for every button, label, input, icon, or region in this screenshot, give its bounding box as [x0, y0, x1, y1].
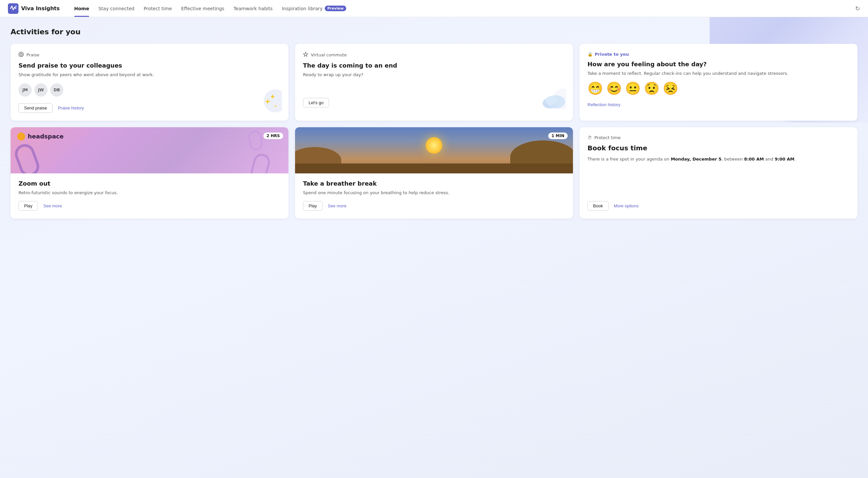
- headspace-dot: [17, 133, 25, 140]
- breather-card: 1 MIN Take a breather break Spend one mi…: [295, 127, 573, 219]
- protect-desc-text4: .: [795, 157, 796, 162]
- breather-time-badge: 1 MIN: [548, 133, 568, 139]
- breather-title: Take a breather break: [303, 180, 565, 187]
- praise-history-button[interactable]: Praise history: [58, 105, 84, 110]
- praise-icon: [19, 52, 24, 58]
- praise-category: Praise: [26, 53, 39, 57]
- virtual-commute-category: Virtual commute: [311, 53, 346, 57]
- refresh-button[interactable]: ↻: [855, 5, 860, 12]
- protect-desc-bold3: 9:00 AM: [775, 157, 795, 162]
- emoji-very-happy[interactable]: 😁: [587, 82, 603, 95]
- navigation: Viva Insights Home Stay connected Protec…: [0, 0, 868, 17]
- virtual-commute-desc: Ready to wrap up your day?: [303, 72, 565, 78]
- cards-grid: Praise Send praise to your colleagues Sh…: [10, 44, 858, 218]
- headspace-actions: Play See more: [19, 201, 281, 211]
- emoji-row: 😁 😊 😐 😟 😣: [587, 82, 849, 95]
- nav-items: Home Stay connected Protect time Effecti…: [70, 0, 855, 17]
- breather-see-more-button[interactable]: See more: [328, 203, 346, 208]
- praise-card-header: Praise: [19, 52, 281, 58]
- headspace-background: headspace 2 HRS: [10, 127, 288, 173]
- virtual-commute-card: Virtual commute The day is coming to an …: [295, 44, 573, 121]
- nature-sun: [426, 137, 442, 153]
- praise-title: Send praise to your colleagues: [19, 62, 281, 69]
- praise-desc: Show gratitude for peers who went above …: [19, 72, 281, 78]
- protect-time-actions: Book More options: [587, 201, 849, 211]
- protect-spacer: [587, 163, 849, 193]
- avatar-db[interactable]: DB: [50, 83, 63, 97]
- protect-time-title: Book focus time: [587, 144, 849, 152]
- svg-point-3: [20, 54, 22, 56]
- preview-badge: Preview: [325, 6, 346, 11]
- protect-desc-bold1: Monday, December 5: [671, 157, 721, 162]
- sparkle-icon: [249, 84, 282, 114]
- protect-time-desc: There is a free spot in your agenda on M…: [587, 156, 849, 163]
- headspace-card: headspace 2 HRS Zoom out Retro-futuristi…: [10, 127, 288, 219]
- avatar-jm[interactable]: JM: [19, 83, 32, 97]
- protect-desc-text3: and: [764, 157, 775, 162]
- breather-play-button[interactable]: Play: [303, 201, 322, 211]
- headspace-desc: Retro-futuristic sounds to energize your…: [19, 190, 281, 196]
- headspace-shape-2: [249, 151, 272, 173]
- headspace-shape-3: [247, 129, 264, 151]
- nav-item-protect-time[interactable]: Protect time: [140, 0, 176, 17]
- book-button[interactable]: Book: [587, 201, 609, 211]
- headspace-see-more-button[interactable]: See more: [43, 203, 62, 208]
- reflection-title: How are you feeling about the day?: [587, 61, 849, 68]
- protect-desc-text2: , between: [721, 157, 744, 162]
- protect-time-category: Protect time: [594, 135, 620, 140]
- emoji-worried[interactable]: 😟: [644, 82, 659, 95]
- private-badge: 🔒 Private to you: [587, 52, 849, 57]
- emoji-neutral[interactable]: 😐: [625, 82, 641, 95]
- nav-item-teamwork-habits[interactable]: Teamwork habits: [230, 0, 277, 17]
- emoji-happy[interactable]: 😊: [606, 82, 622, 95]
- protect-desc-bold2: 8:00 AM: [744, 157, 764, 162]
- headspace-name: headspace: [28, 133, 64, 140]
- avatar-jw[interactable]: JW: [34, 83, 48, 97]
- virtual-commute-actions: Let's go: [303, 98, 565, 107]
- clock-icon: ⏱: [587, 135, 592, 140]
- reflection-card: 🔒 Private to you How are you feeling abo…: [580, 44, 858, 121]
- nature-ground: [295, 164, 573, 173]
- breather-actions: Play See more: [303, 201, 565, 211]
- app-logo: Viva Insights: [8, 3, 60, 14]
- reflection-history-button[interactable]: Reflection history: [587, 102, 620, 107]
- headspace-play-button[interactable]: Play: [19, 201, 38, 211]
- nav-item-stay-connected[interactable]: Stay connected: [94, 0, 138, 17]
- protect-time-card: ⏱ Protect time Book focus time There is …: [580, 127, 858, 219]
- main-content: Activities for you Praise Send praise to…: [0, 17, 868, 478]
- praise-avatars: JM JW DB: [19, 83, 281, 97]
- svg-point-1: [15, 6, 17, 8]
- nav-item-inspiration-library[interactable]: Inspiration library Preview: [278, 0, 350, 17]
- praise-actions: Send praise Praise history: [19, 103, 281, 113]
- breather-desc: Spend one minute focusing on your breath…: [303, 190, 565, 196]
- reflection-desc: Take a moment to reflect. Regular check-…: [587, 70, 849, 77]
- headspace-title: Zoom out: [19, 180, 281, 187]
- viva-insights-icon: [8, 3, 19, 14]
- nature-background: 1 MIN: [295, 127, 573, 173]
- headspace-logo: headspace: [17, 133, 64, 140]
- headspace-time-badge: 2 HRS: [264, 133, 283, 139]
- virtual-commute-header: Virtual commute: [303, 52, 565, 58]
- emoji-frustrated[interactable]: 😣: [663, 82, 678, 95]
- star-icon: [303, 52, 308, 58]
- virtual-commute-title: The day is coming to an end: [303, 62, 565, 69]
- svg-rect-0: [8, 3, 19, 14]
- nav-item-home[interactable]: Home: [70, 0, 93, 17]
- cloud-icon: [540, 86, 566, 114]
- lets-go-button[interactable]: Let's go: [303, 98, 329, 107]
- protect-desc-text1: There is a free spot in your agenda on: [587, 157, 671, 162]
- praise-card: Praise Send praise to your colleagues Sh…: [10, 44, 288, 121]
- send-praise-button[interactable]: Send praise: [19, 103, 53, 113]
- nav-item-effective-meetings[interactable]: Effective meetings: [177, 0, 228, 17]
- headspace-shape-1: [12, 141, 42, 173]
- lock-icon: 🔒: [587, 52, 593, 57]
- app-name: Viva Insights: [21, 5, 60, 11]
- page-title: Activities for you: [10, 28, 858, 36]
- more-options-button[interactable]: More options: [614, 203, 639, 208]
- protect-time-header: ⏱ Protect time: [587, 135, 849, 140]
- svg-point-2: [19, 52, 24, 57]
- svg-point-8: [546, 96, 557, 105]
